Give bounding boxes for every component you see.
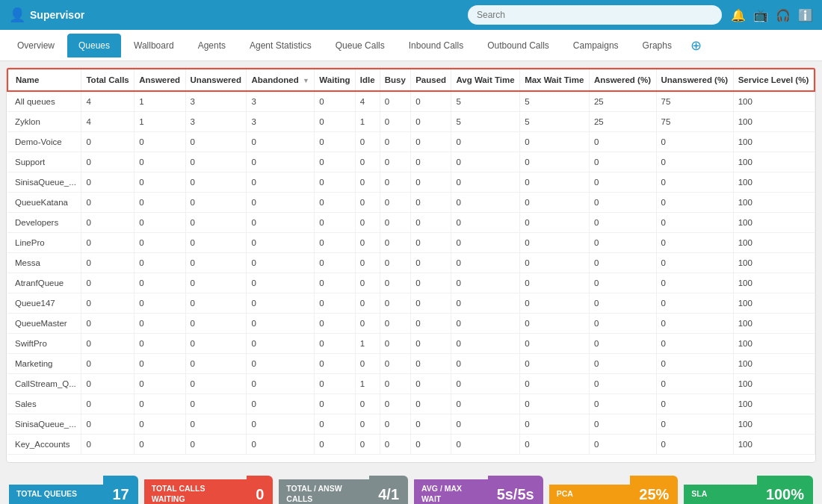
cell-5: 0	[315, 354, 355, 374]
cell-11: 0	[589, 374, 656, 394]
col-answered[interactable]: Answered	[135, 69, 185, 91]
cell-1: 0	[81, 314, 135, 334]
cell-10: 0	[520, 374, 590, 394]
app-title: Supervisor	[30, 9, 84, 21]
col-busy[interactable]: Busy	[380, 69, 410, 91]
cell-8: 0	[411, 354, 451, 374]
tab-wallboard[interactable]: Wallboard	[123, 34, 185, 57]
cell-12: 0	[656, 293, 733, 314]
cell-6: 0	[355, 193, 380, 213]
cell-0: Developers	[7, 213, 81, 233]
cell-2: 0	[135, 354, 185, 374]
stat-sla: SLA 100%	[684, 476, 813, 504]
cell-10: 0	[520, 233, 590, 253]
cell-13: 100	[733, 193, 815, 213]
cell-3: 0	[185, 172, 247, 193]
tab-graphs[interactable]: Graphs	[631, 34, 683, 57]
main-content: Name Total Calls Answered Unanswered Aba…	[6, 67, 816, 463]
cell-0: QueueMaster	[7, 314, 81, 334]
cell-9: 0	[451, 374, 520, 394]
tab-queue-calls[interactable]: Queue Calls	[324, 34, 396, 57]
col-answered-pct[interactable]: Answered (%)	[589, 69, 656, 91]
headset-icon[interactable]: 🎧	[776, 8, 791, 22]
search-input[interactable]	[468, 5, 722, 25]
cell-11: 0	[589, 314, 656, 334]
cell-6: 0	[355, 132, 380, 152]
stat-total-calls-waiting: TOTAL CALLS WAITING 0	[144, 476, 274, 504]
cell-6: 1	[355, 112, 380, 132]
tab-agent-statistics[interactable]: Agent Statistics	[238, 34, 323, 57]
cell-11: 0	[589, 132, 656, 152]
cell-4: 0	[247, 213, 315, 233]
col-total-calls[interactable]: Total Calls	[81, 69, 135, 91]
cell-5: 0	[315, 334, 355, 354]
tab-agents[interactable]: Agents	[187, 34, 237, 57]
col-unanswered-pct[interactable]: Unanswered (%)	[656, 69, 733, 91]
cell-7: 0	[380, 293, 410, 314]
col-max-wait-time[interactable]: Max Wait Time	[520, 69, 590, 91]
cell-13: 100	[733, 132, 815, 152]
col-name[interactable]: Name	[7, 69, 81, 91]
display-icon[interactable]: 📺	[753, 8, 768, 22]
stat-total-calls-waiting-value: 0	[247, 476, 273, 504]
tab-outbound-calls[interactable]: Outbound Calls	[476, 34, 560, 57]
cell-12: 0	[656, 152, 733, 172]
cell-9: 0	[451, 273, 520, 293]
cell-1: 0	[81, 132, 135, 152]
cell-13: 100	[733, 253, 815, 273]
cell-6: 0	[355, 253, 380, 273]
col-abandoned[interactable]: Abandoned ▼	[247, 69, 315, 91]
cell-1: 4	[81, 91, 135, 112]
tab-overview[interactable]: Overview	[6, 34, 66, 57]
tab-campaigns[interactable]: Campaigns	[562, 34, 630, 57]
cell-11: 0	[589, 394, 656, 414]
cell-1: 0	[81, 213, 135, 233]
col-avg-wait-time[interactable]: Avg Wait Time	[451, 69, 520, 91]
cell-2: 0	[135, 233, 185, 253]
cell-1: 0	[81, 193, 135, 213]
cell-1: 0	[81, 253, 135, 273]
cell-7: 0	[380, 233, 410, 253]
cell-2: 0	[135, 273, 185, 293]
cell-10: 0	[520, 213, 590, 233]
cell-1: 0	[81, 293, 135, 314]
cell-4: 0	[247, 132, 315, 152]
cell-5: 0	[315, 374, 355, 394]
tab-inbound-calls[interactable]: Inbound Calls	[398, 34, 475, 57]
cell-9: 5	[451, 91, 520, 112]
cell-13: 100	[733, 273, 815, 293]
table-row: Demo-Voice000000000000100	[7, 132, 815, 152]
col-paused[interactable]: Paused	[411, 69, 451, 91]
topbar: 👤 Supervisor 🔔 📺 🎧 ℹ️	[0, 0, 822, 30]
cell-4: 0	[247, 435, 315, 455]
col-service-level-pct[interactable]: Service Level (%)	[733, 69, 815, 91]
cell-8: 0	[411, 193, 451, 213]
cell-8: 0	[411, 132, 451, 152]
cell-4: 3	[247, 91, 315, 112]
cell-7: 0	[380, 354, 410, 374]
table-row: Marketing000000000000100	[7, 354, 815, 374]
cell-3: 0	[185, 334, 247, 354]
tab-queues[interactable]: Queues	[67, 34, 121, 57]
cell-7: 0	[380, 91, 410, 112]
cell-5: 0	[315, 273, 355, 293]
cell-13: 100	[733, 152, 815, 172]
cell-3: 0	[185, 213, 247, 233]
cell-1: 0	[81, 152, 135, 172]
cell-11: 0	[589, 414, 656, 435]
cell-6: 0	[355, 414, 380, 435]
cell-10: 5	[520, 112, 590, 132]
bell-icon[interactable]: 🔔	[731, 8, 746, 22]
col-idle[interactable]: Idle	[355, 69, 380, 91]
cell-12: 0	[656, 233, 733, 253]
cell-11: 0	[589, 293, 656, 314]
col-unanswered[interactable]: Unanswered	[185, 69, 247, 91]
cell-10: 0	[520, 152, 590, 172]
cell-13: 100	[733, 334, 815, 354]
table-row: Sales000000000000100	[7, 394, 815, 414]
col-waiting[interactable]: Waiting	[315, 69, 355, 91]
cell-9: 0	[451, 213, 520, 233]
info-icon[interactable]: ℹ️	[798, 8, 813, 22]
table-row: SinisaQueue_...000000000000100	[7, 414, 815, 435]
add-tab-button[interactable]: ⊕	[685, 34, 708, 57]
